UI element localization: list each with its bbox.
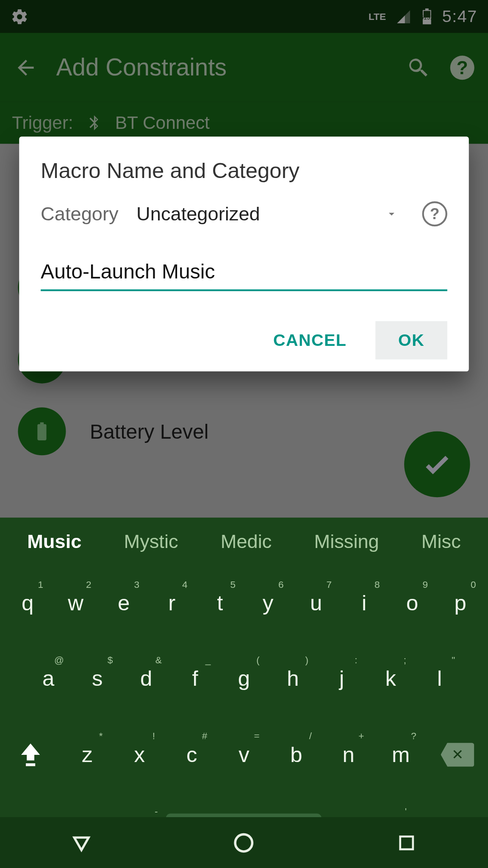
navigation-bar: [0, 817, 488, 868]
key-u[interactable]: u7: [294, 577, 338, 629]
key-s[interactable]: s$: [76, 653, 119, 705]
key-k[interactable]: k;: [369, 653, 412, 705]
key-w[interactable]: w2: [54, 577, 97, 629]
svg-rect-8: [400, 836, 413, 849]
nav-recent-icon[interactable]: [389, 825, 425, 861]
key-a[interactable]: a@: [27, 653, 70, 705]
ok-button[interactable]: OK: [375, 321, 447, 359]
key-q[interactable]: q1: [6, 577, 49, 629]
svg-point-7: [236, 834, 252, 851]
key-p[interactable]: p0: [439, 577, 482, 629]
chevron-down-icon: [385, 207, 398, 220]
soft-keyboard: Music Mystic Medic Missing Misc q1w2e3r4…: [0, 517, 488, 868]
nav-back-icon[interactable]: [64, 825, 100, 861]
suggestion[interactable]: Mystic: [124, 531, 178, 553]
shift-key[interactable]: [3, 731, 57, 779]
key-e[interactable]: e3: [102, 577, 145, 629]
suggestion-bar: Music Mystic Medic Missing Misc: [0, 517, 488, 565]
key-z[interactable]: z*: [66, 728, 109, 781]
key-l[interactable]: l": [418, 653, 461, 705]
key-g[interactable]: g(: [222, 653, 266, 705]
category-help-icon[interactable]: ?: [422, 201, 447, 226]
svg-rect-6: [26, 763, 35, 766]
key-x[interactable]: x!: [118, 728, 161, 781]
dialog-title: Macro Name and Category: [41, 158, 447, 183]
suggestion[interactable]: Missing: [314, 531, 379, 553]
category-label: Category: [41, 203, 119, 225]
category-dropdown[interactable]: Uncategorized: [136, 203, 404, 225]
key-j[interactable]: j:: [320, 653, 363, 705]
category-value: Uncategorized: [136, 203, 260, 225]
key-o[interactable]: o9: [391, 577, 434, 629]
key-t[interactable]: t5: [198, 577, 241, 629]
key-b[interactable]: b/: [274, 728, 318, 781]
key-m[interactable]: m?: [379, 728, 422, 781]
key-h[interactable]: h): [271, 653, 314, 705]
macro-name-dialog: Macro Name and Category Category Uncateg…: [19, 136, 469, 371]
cancel-button[interactable]: CANCEL: [256, 321, 363, 359]
key-n[interactable]: n+: [327, 728, 370, 781]
key-d[interactable]: d&: [125, 653, 168, 705]
nav-home-icon[interactable]: [226, 825, 262, 861]
key-f[interactable]: f_: [174, 653, 217, 705]
backspace-key[interactable]: ✕: [430, 731, 484, 779]
key-r[interactable]: r4: [150, 577, 194, 629]
suggestion[interactable]: Music: [27, 531, 81, 553]
key-y[interactable]: y6: [247, 577, 290, 629]
key-c[interactable]: c#: [170, 728, 214, 781]
macro-name-input[interactable]: [41, 256, 447, 291]
suggestion[interactable]: Misc: [421, 531, 461, 553]
suggestion[interactable]: Medic: [221, 531, 272, 553]
key-i[interactable]: i8: [343, 577, 386, 629]
key-v[interactable]: v=: [222, 728, 266, 781]
